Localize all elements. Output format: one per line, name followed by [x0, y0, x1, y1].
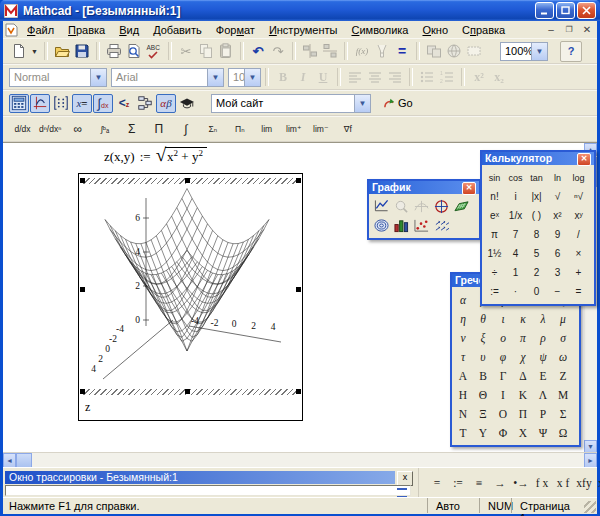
calc-key-1[interactable]: 1 — [505, 263, 526, 282]
evaluate-button[interactable]: = — [392, 42, 412, 61]
greek-key-r6c4[interactable]: Ρ — [533, 404, 553, 423]
derivative-button[interactable]: d/dx — [9, 119, 36, 140]
close-icon[interactable]: ✕ — [462, 182, 476, 195]
treefix-button[interactable]: xᶠy — [595, 474, 600, 492]
greek-key-r3c0[interactable]: τ — [453, 347, 473, 366]
greek-key-r7c4[interactable]: Ψ — [533, 423, 553, 442]
greek-key-r6c0[interactable]: Ν — [453, 404, 473, 423]
contour-plot-button[interactable] — [371, 217, 391, 234]
greek-key-r4c2[interactable]: Γ — [493, 366, 513, 385]
menu-help[interactable]: Справка — [455, 23, 512, 37]
greek-key-r7c1[interactable]: Υ — [473, 423, 493, 442]
greek-key-r2c1[interactable]: ξ — [473, 328, 493, 347]
calc-key-:=[interactable]: := — [484, 282, 505, 301]
greek-key-r3c2[interactable]: φ — [493, 347, 513, 366]
greek-palette-button[interactable]: αβ — [156, 94, 176, 113]
calc-key-÷[interactable]: ÷ — [484, 263, 505, 282]
programming-palette-button[interactable] — [135, 94, 155, 113]
gradient-button[interactable]: ∇f — [334, 119, 361, 140]
define-button[interactable]: := — [448, 474, 468, 492]
calc-key-tan[interactable]: tan — [526, 168, 547, 187]
greek-key-r5c3[interactable]: Κ — [513, 385, 533, 404]
greek-key-r2c3[interactable]: π — [513, 328, 533, 347]
chevron-down-icon[interactable]: ▼ — [244, 69, 260, 86]
calculator-palette-button[interactable] — [9, 94, 29, 113]
greek-key-r3c5[interactable]: ω — [553, 347, 573, 366]
resize-handle[interactable] — [80, 287, 85, 292]
surface-plot-region[interactable]: 0246-4-2024-4-2024 z — [78, 173, 303, 421]
calc-key-6[interactable]: 6 — [547, 244, 568, 263]
mdi-minimize-icon[interactable]: – — [545, 24, 557, 35]
print-button[interactable] — [104, 42, 124, 61]
summation-button[interactable]: Σ — [118, 119, 145, 140]
calc-key-7[interactable]: 7 — [505, 225, 526, 244]
infinity-button[interactable]: ∞ — [64, 119, 91, 140]
calc-key-5[interactable]: 5 — [526, 244, 547, 263]
menu-edit[interactable]: Правка — [61, 23, 112, 37]
greek-key-r5c4[interactable]: Λ — [533, 385, 553, 404]
3d-scatter-plot-button[interactable] — [411, 217, 431, 234]
greek-key-r3c3[interactable]: χ — [513, 347, 533, 366]
calc-key-cos[interactable]: cos — [505, 168, 526, 187]
resize-handle[interactable] — [296, 178, 301, 183]
function-button[interactable]: f x — [532, 474, 552, 492]
symbolic-palette-button[interactable] — [177, 94, 197, 113]
surface-plot-button[interactable] — [451, 198, 471, 215]
plot-placeholder[interactable]: z — [85, 400, 90, 415]
font-combo[interactable]: Arial ▼ — [111, 68, 224, 87]
calc-key-π[interactable]: π — [484, 225, 505, 244]
calc-key-9[interactable]: 9 — [547, 225, 568, 244]
maximize-button[interactable] — [556, 2, 575, 19]
calculus-palette-button[interactable]: ∫dx — [93, 94, 113, 113]
resize-handle[interactable] — [185, 389, 190, 394]
calc-key-log[interactable]: log — [568, 168, 589, 187]
3d-bar-plot-button[interactable] — [391, 217, 411, 234]
menu-view[interactable]: Вид — [112, 23, 146, 37]
new-button[interactable] — [9, 42, 29, 61]
menu-insert[interactable]: Добавить — [146, 23, 209, 37]
resize-handle[interactable] — [80, 178, 85, 183]
range-sum-button[interactable]: Σₙ — [199, 119, 226, 140]
resources-combo[interactable]: Мой сайт ▼ — [211, 94, 371, 113]
calc-key-ⁿ√[interactable]: ⁿ√ — [568, 187, 589, 206]
greek-key-r4c3[interactable]: Δ — [513, 366, 533, 385]
graph-palette-button[interactable] — [30, 94, 50, 113]
postfix-button[interactable]: x f — [553, 474, 573, 492]
calc-key-0[interactable]: 0 — [526, 282, 547, 301]
limit-left-button[interactable]: lim⁻ — [307, 119, 334, 140]
help-button[interactable]: ? — [560, 41, 582, 62]
calc-key-/[interactable]: / — [568, 225, 589, 244]
greek-key-r3c1[interactable]: υ — [473, 347, 493, 366]
resize-handle[interactable] — [80, 389, 85, 394]
calc-key-x²[interactable]: x² — [547, 206, 568, 225]
scroll-right-icon[interactable]: ► — [584, 453, 597, 468]
greek-key-r4c5[interactable]: Ζ — [553, 366, 573, 385]
greek-key-r1c3[interactable]: κ — [513, 309, 533, 328]
go-button[interactable]: Go — [379, 96, 417, 111]
style-combo[interactable]: Normal ▼ — [9, 68, 107, 87]
calc-key-1½[interactable]: 1½ — [484, 244, 505, 263]
global-define-button[interactable]: ≡ — [469, 474, 489, 492]
greek-key-r7c5[interactable]: Ω — [553, 423, 573, 442]
vector-field-plot-button[interactable] — [431, 217, 451, 234]
infix-button[interactable]: xfy — [574, 474, 594, 492]
calc-key-n![interactable]: n! — [484, 187, 505, 206]
greek-key-r1c4[interactable]: λ — [533, 309, 553, 328]
definite-integral-button[interactable]: ∫ᵇₐ — [91, 119, 118, 140]
mdi-close-icon[interactable]: ✕ — [581, 24, 593, 35]
menu-tools[interactable]: Инструменты — [262, 23, 345, 37]
calc-key-−[interactable]: − — [547, 282, 568, 301]
limit-right-button[interactable]: lim⁺ — [280, 119, 307, 140]
greek-key-r6c2[interactable]: Ο — [493, 404, 513, 423]
calc-key-sin[interactable]: sin — [484, 168, 505, 187]
greek-key-r4c1[interactable]: Β — [473, 366, 493, 385]
evaluate-numerically-button[interactable]: = — [427, 474, 447, 492]
resize-handle[interactable] — [185, 178, 190, 183]
zoom-combo[interactable]: 100%▼ — [500, 42, 548, 61]
horizontal-scrollbar[interactable]: ◄ ► — [3, 452, 597, 468]
calc-key-|x|[interactable]: |x| — [526, 187, 547, 206]
chevron-down-icon[interactable]: ▼ — [207, 69, 223, 86]
scroll-left-icon[interactable]: ◄ — [3, 453, 16, 468]
trace-close-icon[interactable]: x — [397, 471, 413, 486]
menu-symbolics[interactable]: Символика — [344, 23, 415, 37]
